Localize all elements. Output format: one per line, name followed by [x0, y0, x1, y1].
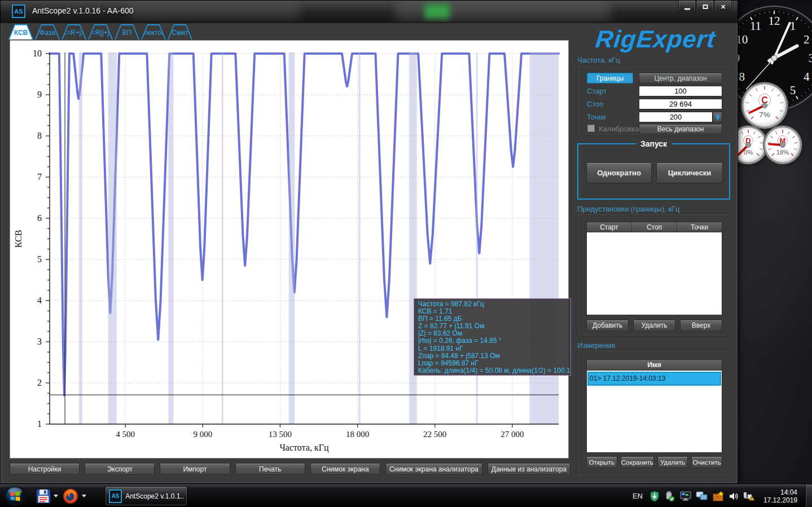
- minimize-button[interactable]: [678, 1, 696, 13]
- spinner-down-icon[interactable]: [716, 117, 720, 120]
- titlebar[interactable]: AS AntScope2 v.1.0.16 - AA-600 ✕: [1, 1, 738, 23]
- toolbar-button[interactable]: Печать: [235, 463, 305, 475]
- measurement-row-selected[interactable]: 01> 17.12.2019-14:03:13: [587, 372, 721, 386]
- measurements-group: Имя 01> 17.12.2019-14:03:13 ОткрытьСохра…: [577, 350, 731, 477]
- tab[interactable]: Рефлектометр: [141, 24, 166, 39]
- presets-action-button[interactable]: Удалить: [633, 320, 675, 331]
- gauge-percent: 18%: [765, 149, 800, 156]
- presets-column-header[interactable]: Точки: [677, 222, 722, 232]
- toolbar-button[interactable]: Экспорт: [85, 463, 155, 475]
- firefox-icon[interactable]: [62, 488, 79, 505]
- start-orb-icon[interactable]: [5, 486, 26, 507]
- run-cyclic-button[interactable]: Циклически: [656, 162, 723, 183]
- taskbar: AS AntScope2 v.1.0.1... EN: [0, 484, 812, 507]
- tab[interactable]: КСВ: [8, 24, 33, 39]
- toolbar-button[interactable]: Снимок экрана: [310, 463, 380, 475]
- x-tick-label: 27 000: [501, 430, 524, 439]
- measurements-table-header: Имя: [586, 359, 722, 371]
- y-tick-label: 8: [37, 131, 42, 140]
- y-tick-label: 7: [37, 172, 42, 182]
- presets-column-header[interactable]: Старт: [587, 222, 632, 232]
- show-desktop-button[interactable]: [805, 484, 812, 507]
- background-green-blur: [425, 4, 450, 19]
- taskbar-date: 17.12.2019: [763, 496, 797, 504]
- meter-gauge-c: C7%: [743, 84, 786, 127]
- clock-tick: [765, 12, 765, 14]
- meter-gauge-m: M18%: [765, 127, 800, 162]
- points-input[interactable]: 200: [639, 112, 713, 122]
- x-tick-label: 22 500: [423, 430, 446, 439]
- usb-device-icon[interactable]: [664, 491, 675, 502]
- y-tick-label: 10: [33, 49, 42, 58]
- measurements-action-button[interactable]: Открыть: [586, 456, 617, 468]
- measurements-action-button[interactable]: Очистить: [691, 456, 722, 468]
- tooltip-line: Zпар = 84.48 + j587.13 Ом: [418, 352, 567, 360]
- presets-column-header[interactable]: Стоп: [632, 222, 677, 232]
- language-indicator[interactable]: EN: [633, 492, 643, 500]
- measurements-table-body[interactable]: 01> 17.12.2019-14:03:13: [586, 371, 722, 453]
- clock-numeral: 5: [790, 83, 796, 97]
- update-shield-icon[interactable]: [649, 491, 660, 502]
- toolbar-button[interactable]: Данные из анализатора: [488, 463, 570, 475]
- presets-buttons: ДобавитьУдалитьВверх: [586, 320, 722, 331]
- full-range-button[interactable]: Весь диапазон: [639, 124, 722, 134]
- rigexpert-logo: RigExpert: [576, 24, 735, 54]
- toolbar-button[interactable]: Импорт: [160, 463, 230, 475]
- measurements-column-header[interactable]: Имя: [587, 360, 722, 370]
- chart-canvas[interactable]: 123456789104 5009 00013 50018 00022 5002…: [10, 41, 568, 458]
- swr-plot-svg[interactable]: 123456789104 5009 00013 50018 00022 5002…: [10, 41, 568, 458]
- toolbar-button[interactable]: Настройки: [10, 463, 80, 475]
- presets-action-button[interactable]: Добавить: [586, 320, 629, 331]
- network-computers-icon[interactable]: [696, 491, 708, 502]
- measurements-action-button[interactable]: Сохранить: [621, 456, 654, 468]
- tooltip-line: L = 1918.91 нГ: [418, 345, 567, 352]
- network-warning-icon[interactable]: [743, 491, 756, 502]
- display-settings-icon[interactable]: [680, 491, 691, 501]
- antscope-taskbar-icon: AS: [109, 490, 122, 503]
- tab[interactable]: Z=R+jX: [62, 24, 86, 39]
- toolbar-button[interactable]: Снимок экрана анализатора: [385, 463, 482, 475]
- clock-numeral: 4: [804, 70, 810, 83]
- taskbar-clock[interactable]: 14:04 17.12.2019: [763, 488, 797, 504]
- y-tick-label: 1: [37, 419, 42, 429]
- spinner-up-icon[interactable]: [716, 114, 720, 117]
- ham-band: [222, 52, 223, 424]
- antscope-taskbar-button[interactable]: AS AntScope2 v.1.0.1...: [105, 486, 187, 506]
- chart-tooltip: Частота = 987.82 кГцКСВ = 1.71ВП = 11.65…: [414, 298, 571, 376]
- tab[interactable]: Смит: [168, 24, 192, 39]
- presets-action-button[interactable]: Вверх: [680, 320, 722, 331]
- firefox-dropdown-icon[interactable]: [82, 495, 86, 497]
- save-floppy-icon[interactable]: [35, 488, 52, 505]
- save-dropdown-icon[interactable]: [54, 495, 58, 497]
- speaker-icon[interactable]: [728, 491, 739, 501]
- ham-band: [359, 52, 361, 424]
- clock-tick: [784, 12, 784, 14]
- x-tick-label: 18 000: [346, 430, 369, 439]
- stop-input[interactable]: 29 694: [639, 99, 722, 109]
- stop-label: Стоп: [587, 100, 603, 108]
- clock-numeral: 8: [739, 70, 745, 83]
- tab[interactable]: Фаза: [35, 24, 60, 39]
- clock-numeral: 11: [750, 19, 761, 33]
- maximize-button[interactable]: [696, 1, 714, 13]
- y-axis-title: КСВ: [14, 230, 23, 248]
- tab[interactable]: Z=R||+jX: [88, 24, 113, 39]
- measurements-action-button[interactable]: Удалить: [657, 456, 688, 468]
- points-spinner[interactable]: [713, 112, 722, 122]
- calibration-checkbox[interactable]: [587, 125, 595, 132]
- firewall-icon[interactable]: [713, 491, 724, 502]
- clock-numeral: 1: [790, 19, 796, 33]
- swr-chart[interactable]: 123456789104 5009 00013 50018 00022 5002…: [10, 40, 569, 458]
- calibration-label: Калибровка: [599, 125, 639, 133]
- start-input[interactable]: 100: [639, 86, 722, 96]
- tooltip-line: Кабель: длина(1/4) = 50.08 м, длина(1/2)…: [418, 367, 567, 374]
- frequency-section-label: Частота, кГц: [577, 56, 620, 64]
- tooltip-line: |rho| = 0.26, фаза = 14.85 °: [418, 337, 567, 345]
- boundaries-mode-button[interactable]: Границы: [587, 73, 633, 83]
- center-span-mode-button[interactable]: Центр, диапазон: [639, 73, 722, 83]
- tab[interactable]: ВП: [115, 24, 139, 39]
- close-button[interactable]: ✕: [714, 1, 732, 13]
- frequency-group: Границы Центр, диапазон Старт 100 Стоп 2…: [577, 65, 731, 136]
- run-single-button[interactable]: Однократно: [586, 162, 652, 183]
- presets-table-body[interactable]: [586, 232, 722, 315]
